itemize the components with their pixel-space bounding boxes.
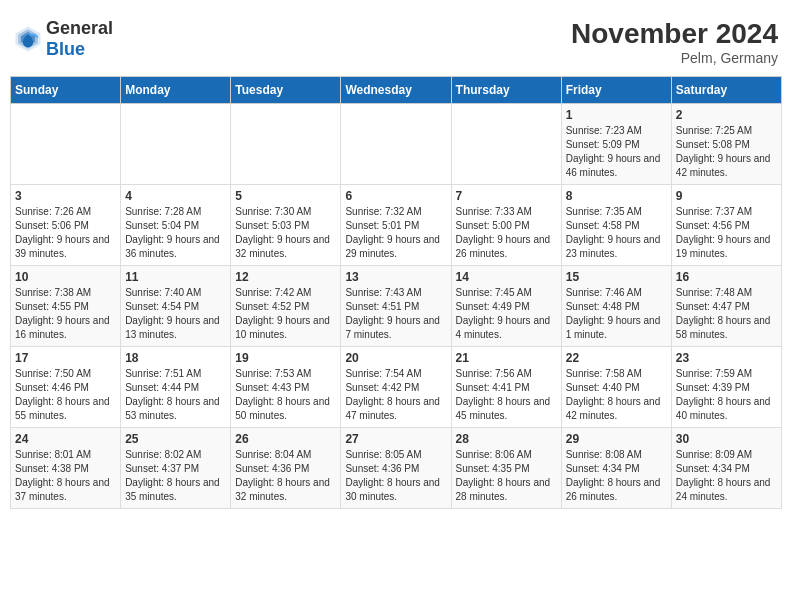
day-number: 15 (566, 270, 667, 284)
cell-info: Sunrise: 7:37 AM Sunset: 4:56 PM Dayligh… (676, 205, 777, 261)
cell-info: Sunrise: 8:08 AM Sunset: 4:34 PM Dayligh… (566, 448, 667, 504)
calendar-cell: 17Sunrise: 7:50 AM Sunset: 4:46 PM Dayli… (11, 347, 121, 428)
day-number: 21 (456, 351, 557, 365)
cell-info: Sunrise: 7:25 AM Sunset: 5:08 PM Dayligh… (676, 124, 777, 180)
calendar-cell: 22Sunrise: 7:58 AM Sunset: 4:40 PM Dayli… (561, 347, 671, 428)
calendar-cell (11, 104, 121, 185)
logo-blue: Blue (46, 39, 85, 59)
calendar-cell: 3Sunrise: 7:26 AM Sunset: 5:06 PM Daylig… (11, 185, 121, 266)
cell-info: Sunrise: 7:30 AM Sunset: 5:03 PM Dayligh… (235, 205, 336, 261)
logo-icon (14, 25, 42, 53)
col-tuesday: Tuesday (231, 77, 341, 104)
calendar-cell: 7Sunrise: 7:33 AM Sunset: 5:00 PM Daylig… (451, 185, 561, 266)
calendar-cell: 16Sunrise: 7:48 AM Sunset: 4:47 PM Dayli… (671, 266, 781, 347)
calendar-body: 1Sunrise: 7:23 AM Sunset: 5:09 PM Daylig… (11, 104, 782, 509)
day-number: 12 (235, 270, 336, 284)
day-number: 18 (125, 351, 226, 365)
col-sunday: Sunday (11, 77, 121, 104)
calendar-week-1: 1Sunrise: 7:23 AM Sunset: 5:09 PM Daylig… (11, 104, 782, 185)
calendar-cell (121, 104, 231, 185)
calendar-cell: 25Sunrise: 8:02 AM Sunset: 4:37 PM Dayli… (121, 428, 231, 509)
month-title: November 2024 (571, 18, 778, 50)
calendar-week-4: 17Sunrise: 7:50 AM Sunset: 4:46 PM Dayli… (11, 347, 782, 428)
title-block: November 2024 Pelm, Germany (571, 18, 778, 66)
cell-info: Sunrise: 7:58 AM Sunset: 4:40 PM Dayligh… (566, 367, 667, 423)
cell-info: Sunrise: 8:06 AM Sunset: 4:35 PM Dayligh… (456, 448, 557, 504)
calendar-cell: 10Sunrise: 7:38 AM Sunset: 4:55 PM Dayli… (11, 266, 121, 347)
col-thursday: Thursday (451, 77, 561, 104)
day-number: 16 (676, 270, 777, 284)
location: Pelm, Germany (571, 50, 778, 66)
cell-info: Sunrise: 8:02 AM Sunset: 4:37 PM Dayligh… (125, 448, 226, 504)
logo-general: General (46, 18, 113, 38)
cell-info: Sunrise: 7:54 AM Sunset: 4:42 PM Dayligh… (345, 367, 446, 423)
cell-info: Sunrise: 7:46 AM Sunset: 4:48 PM Dayligh… (566, 286, 667, 342)
day-number: 5 (235, 189, 336, 203)
calendar-cell: 5Sunrise: 7:30 AM Sunset: 5:03 PM Daylig… (231, 185, 341, 266)
day-number: 24 (15, 432, 116, 446)
calendar-cell: 28Sunrise: 8:06 AM Sunset: 4:35 PM Dayli… (451, 428, 561, 509)
calendar-cell: 12Sunrise: 7:42 AM Sunset: 4:52 PM Dayli… (231, 266, 341, 347)
cell-info: Sunrise: 8:04 AM Sunset: 4:36 PM Dayligh… (235, 448, 336, 504)
day-number: 27 (345, 432, 446, 446)
calendar-cell: 15Sunrise: 7:46 AM Sunset: 4:48 PM Dayli… (561, 266, 671, 347)
calendar-cell: 11Sunrise: 7:40 AM Sunset: 4:54 PM Dayli… (121, 266, 231, 347)
day-number: 8 (566, 189, 667, 203)
day-number: 25 (125, 432, 226, 446)
day-number: 4 (125, 189, 226, 203)
day-number: 22 (566, 351, 667, 365)
calendar-cell: 9Sunrise: 7:37 AM Sunset: 4:56 PM Daylig… (671, 185, 781, 266)
calendar-cell: 6Sunrise: 7:32 AM Sunset: 5:01 PM Daylig… (341, 185, 451, 266)
calendar-table: Sunday Monday Tuesday Wednesday Thursday… (10, 76, 782, 509)
day-number: 2 (676, 108, 777, 122)
day-number: 30 (676, 432, 777, 446)
calendar-cell: 14Sunrise: 7:45 AM Sunset: 4:49 PM Dayli… (451, 266, 561, 347)
day-number: 9 (676, 189, 777, 203)
cell-info: Sunrise: 7:38 AM Sunset: 4:55 PM Dayligh… (15, 286, 116, 342)
calendar-cell: 24Sunrise: 8:01 AM Sunset: 4:38 PM Dayli… (11, 428, 121, 509)
day-number: 10 (15, 270, 116, 284)
calendar-cell (231, 104, 341, 185)
calendar-cell: 21Sunrise: 7:56 AM Sunset: 4:41 PM Dayli… (451, 347, 561, 428)
cell-info: Sunrise: 7:40 AM Sunset: 4:54 PM Dayligh… (125, 286, 226, 342)
day-number: 13 (345, 270, 446, 284)
logo: General Blue (14, 18, 113, 60)
calendar-cell: 4Sunrise: 7:28 AM Sunset: 5:04 PM Daylig… (121, 185, 231, 266)
day-number: 20 (345, 351, 446, 365)
col-friday: Friday (561, 77, 671, 104)
calendar-cell: 30Sunrise: 8:09 AM Sunset: 4:34 PM Dayli… (671, 428, 781, 509)
cell-info: Sunrise: 7:33 AM Sunset: 5:00 PM Dayligh… (456, 205, 557, 261)
page-header: General Blue November 2024 Pelm, Germany (10, 10, 782, 70)
col-saturday: Saturday (671, 77, 781, 104)
calendar-cell: 13Sunrise: 7:43 AM Sunset: 4:51 PM Dayli… (341, 266, 451, 347)
cell-info: Sunrise: 7:42 AM Sunset: 4:52 PM Dayligh… (235, 286, 336, 342)
calendar-cell: 2Sunrise: 7:25 AM Sunset: 5:08 PM Daylig… (671, 104, 781, 185)
cell-info: Sunrise: 7:45 AM Sunset: 4:49 PM Dayligh… (456, 286, 557, 342)
calendar-cell: 20Sunrise: 7:54 AM Sunset: 4:42 PM Dayli… (341, 347, 451, 428)
calendar-cell: 26Sunrise: 8:04 AM Sunset: 4:36 PM Dayli… (231, 428, 341, 509)
calendar-week-5: 24Sunrise: 8:01 AM Sunset: 4:38 PM Dayli… (11, 428, 782, 509)
cell-info: Sunrise: 7:56 AM Sunset: 4:41 PM Dayligh… (456, 367, 557, 423)
header-row: Sunday Monday Tuesday Wednesday Thursday… (11, 77, 782, 104)
calendar-week-2: 3Sunrise: 7:26 AM Sunset: 5:06 PM Daylig… (11, 185, 782, 266)
calendar-cell: 18Sunrise: 7:51 AM Sunset: 4:44 PM Dayli… (121, 347, 231, 428)
day-number: 23 (676, 351, 777, 365)
cell-info: Sunrise: 7:26 AM Sunset: 5:06 PM Dayligh… (15, 205, 116, 261)
cell-info: Sunrise: 7:50 AM Sunset: 4:46 PM Dayligh… (15, 367, 116, 423)
calendar-cell (341, 104, 451, 185)
day-number: 1 (566, 108, 667, 122)
cell-info: Sunrise: 7:53 AM Sunset: 4:43 PM Dayligh… (235, 367, 336, 423)
calendar-week-3: 10Sunrise: 7:38 AM Sunset: 4:55 PM Dayli… (11, 266, 782, 347)
cell-info: Sunrise: 7:59 AM Sunset: 4:39 PM Dayligh… (676, 367, 777, 423)
col-monday: Monday (121, 77, 231, 104)
cell-info: Sunrise: 7:43 AM Sunset: 4:51 PM Dayligh… (345, 286, 446, 342)
calendar-cell: 8Sunrise: 7:35 AM Sunset: 4:58 PM Daylig… (561, 185, 671, 266)
day-number: 6 (345, 189, 446, 203)
calendar-cell: 23Sunrise: 7:59 AM Sunset: 4:39 PM Dayli… (671, 347, 781, 428)
day-number: 14 (456, 270, 557, 284)
day-number: 29 (566, 432, 667, 446)
cell-info: Sunrise: 7:48 AM Sunset: 4:47 PM Dayligh… (676, 286, 777, 342)
day-number: 28 (456, 432, 557, 446)
day-number: 19 (235, 351, 336, 365)
calendar-cell: 29Sunrise: 8:08 AM Sunset: 4:34 PM Dayli… (561, 428, 671, 509)
